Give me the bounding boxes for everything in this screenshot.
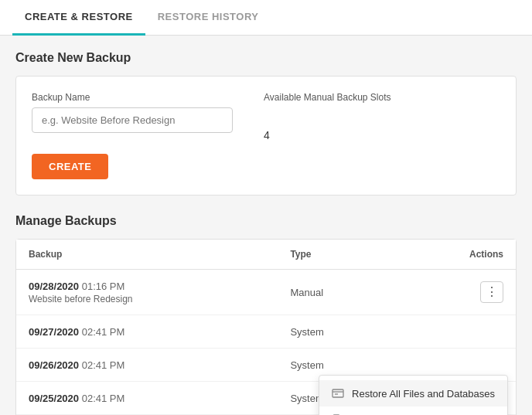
backup-date: 09/25/2020 (29, 393, 79, 404)
backup-time: 02:41 PM (79, 393, 124, 404)
available-slots-label: Available Manual Backup Slots (264, 92, 391, 103)
create-form-row: Backup Name Available Manual Backup Slot… (32, 92, 500, 141)
dropdown-item-restore-files[interactable]: Restore Files (319, 406, 507, 415)
col-backup: Backup (16, 240, 278, 270)
available-slots-group: Available Manual Backup Slots 4 (264, 92, 391, 141)
svg-rect-0 (332, 389, 343, 397)
restore-all-label: Restore All Files and Databases (352, 388, 495, 400)
tab-create-restore[interactable]: CREATE & RESTORE (12, 0, 145, 36)
col-actions: Actions (397, 240, 516, 270)
actions-dropdown: Restore All Files and Databases Restore … (319, 375, 508, 415)
manage-section-title: Manage Backups (15, 214, 517, 228)
backups-table-wrapper: Backup Type Actions 09/28/2020 01:16 PMW… (15, 239, 517, 415)
tab-bar: CREATE & RESTORE RESTORE HISTORY (0, 0, 532, 36)
create-backup-card: Backup Name Available Manual Backup Slot… (15, 76, 517, 196)
backup-date: 09/27/2020 (29, 326, 79, 338)
backup-cell: 09/27/2020 02:41 PM (16, 315, 278, 349)
dropdown-item-restore-all[interactable]: Restore All Files and Databases (319, 380, 507, 406)
backup-time: 02:41 PM (79, 326, 124, 338)
available-slots-value: 4 (264, 129, 391, 141)
table-row: 09/27/2020 02:41 PMSystem (16, 315, 516, 349)
table-row: 09/28/2020 01:16 PMWebsite before Redesi… (16, 270, 516, 315)
backup-name: Website before Redesign (29, 294, 265, 304)
actions-cell: ⋮ (397, 270, 516, 315)
backup-name-label: Backup Name (32, 92, 233, 103)
type-cell: System (278, 315, 396, 349)
backup-cell: 09/25/2020 02:41 PM (16, 382, 278, 415)
backup-time: 01:16 PM (79, 281, 124, 292)
tab-restore-history[interactable]: RESTORE HISTORY (145, 0, 271, 36)
restore-all-icon (332, 387, 344, 400)
actions-cell (397, 315, 516, 349)
backup-date: 09/28/2020 (29, 281, 79, 292)
backup-name-group: Backup Name (32, 92, 233, 133)
create-button[interactable]: CREATE (32, 154, 108, 179)
actions-dots-button[interactable]: ⋮ (480, 281, 503, 303)
backup-name-input[interactable] (32, 107, 233, 133)
type-cell: Manual (278, 270, 396, 315)
backup-time: 02:41 PM (79, 359, 124, 371)
col-type: Type (278, 240, 396, 270)
backup-cell: 09/26/2020 02:41 PM (16, 349, 278, 382)
create-section-title: Create New Backup (15, 51, 517, 65)
backup-cell: 09/28/2020 01:16 PMWebsite before Redesi… (16, 270, 278, 315)
backup-date: 09/26/2020 (29, 359, 79, 371)
main-content: Create New Backup Backup Name Available … (0, 36, 532, 415)
